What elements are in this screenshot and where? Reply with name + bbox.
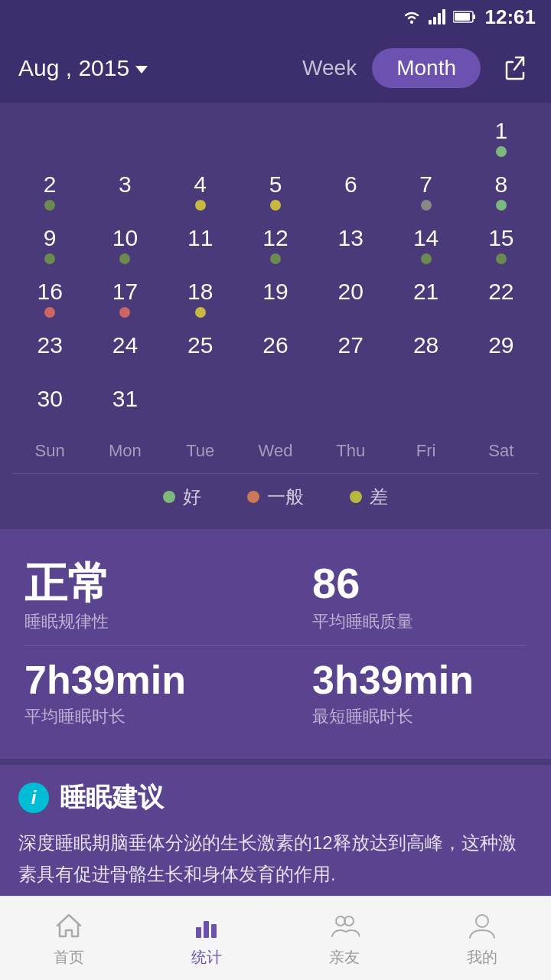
header-date-text: Aug , 2015 xyxy=(18,55,129,81)
day-number: 2 xyxy=(44,172,57,197)
month-tab[interactable]: Month xyxy=(372,48,481,88)
calendar-day-20[interactable]: 14 xyxy=(388,217,463,271)
calendar-day-35[interactable]: 29 xyxy=(464,325,539,378)
day-number: 3 xyxy=(119,172,132,197)
day-dot xyxy=(44,307,55,318)
calendar-day-37[interactable]: 31 xyxy=(87,378,162,432)
calendar-day-11[interactable]: 5 xyxy=(238,164,313,217)
nav-home[interactable]: 首页 xyxy=(0,909,138,968)
svg-point-0 xyxy=(410,21,413,24)
calendar-day-14[interactable]: 8 xyxy=(464,164,539,217)
calendar-day-30[interactable]: 24 xyxy=(87,325,162,378)
day-dot xyxy=(496,200,507,211)
calendar-day-25[interactable]: 19 xyxy=(238,271,313,325)
nav-profile-label: 我的 xyxy=(467,947,497,968)
stats-row-1: 正常 睡眠规律性 86 平均睡眠质量 xyxy=(24,547,527,646)
day-dot xyxy=(195,200,206,211)
calendar-day-10[interactable]: 4 xyxy=(163,164,238,217)
calendar-day-19[interactable]: 13 xyxy=(313,217,388,271)
calendar-day-26[interactable]: 20 xyxy=(313,271,388,325)
calendar-day-21[interactable]: 15 xyxy=(464,217,539,271)
day-number: 17 xyxy=(112,279,138,304)
calendar-day-33[interactable]: 27 xyxy=(313,325,388,378)
calendar-day-1 xyxy=(12,110,87,164)
day-number: 12 xyxy=(262,225,288,250)
min-duration-label: 最短睡眠时长 xyxy=(312,705,413,728)
calendar-day-3 xyxy=(163,110,238,164)
nav-stats[interactable]: 统计 xyxy=(138,909,276,968)
legend-bad: 差 xyxy=(350,485,388,509)
nav-friends[interactable]: 亲友 xyxy=(276,909,413,968)
calendar-day-16[interactable]: 10 xyxy=(87,217,162,271)
svg-rect-2 xyxy=(433,17,436,24)
advice-section: i 睡眠建议 深度睡眠期脑垂体分泌的生长激素的12释放达到高峰，这种激素具有促进… xyxy=(0,765,551,906)
day-label-mon: Mon xyxy=(87,436,162,466)
share-button[interactable] xyxy=(499,51,533,85)
calendar-day-7[interactable]: 1 xyxy=(464,110,539,164)
calendar-day-18[interactable]: 12 xyxy=(238,217,313,271)
battery-icon xyxy=(453,10,476,24)
legend-good-label: 好 xyxy=(183,485,201,509)
day-number: 11 xyxy=(187,225,213,250)
day-number: 29 xyxy=(488,332,514,358)
day-number: 9 xyxy=(44,225,57,250)
day-dot xyxy=(195,307,206,318)
calendar-grid: 1234567891011121314151617181920212223242… xyxy=(12,110,539,432)
calendar-day-9[interactable]: 3 xyxy=(87,164,162,217)
calendar-day-36[interactable]: 30 xyxy=(12,378,87,432)
day-number: 7 xyxy=(419,172,432,197)
calendar-day-28[interactable]: 22 xyxy=(464,271,539,325)
day-number: 10 xyxy=(112,225,138,250)
calendar-day-5 xyxy=(313,110,388,164)
calendar-day-22[interactable]: 16 xyxy=(12,271,87,325)
calendar-day-17[interactable]: 11 xyxy=(163,217,238,271)
advice-header: i 睡眠建议 xyxy=(18,780,533,815)
week-tab[interactable]: Week xyxy=(302,56,357,80)
svg-rect-7 xyxy=(455,13,470,21)
calendar-day-27[interactable]: 21 xyxy=(388,271,463,325)
calendar-day-31[interactable]: 25 xyxy=(163,325,238,378)
day-number: 19 xyxy=(262,279,288,304)
avg-duration-label: 平均睡眠时长 xyxy=(24,705,126,728)
day-label-thu: Thu xyxy=(313,436,388,466)
quality-label: 平均睡眠质量 xyxy=(312,610,413,633)
day-dot xyxy=(496,253,507,264)
wifi-icon xyxy=(401,9,422,24)
nav-profile[interactable]: 我的 xyxy=(413,909,551,968)
calendar-day-34[interactable]: 28 xyxy=(388,325,463,378)
header-date[interactable]: Aug , 2015 xyxy=(18,55,302,81)
legend-ok-dot xyxy=(247,491,259,503)
legend-ok: 一般 xyxy=(247,485,304,509)
calendar-day-24[interactable]: 18 xyxy=(163,271,238,325)
day-number: 5 xyxy=(269,172,282,197)
day-number: 27 xyxy=(338,332,364,358)
day-number: 26 xyxy=(262,332,288,358)
chevron-down-icon xyxy=(135,66,148,74)
calendar-day-32[interactable]: 26 xyxy=(238,325,313,378)
avg-duration-stat: 7h39min 平均睡眠时长 xyxy=(24,658,239,728)
day-label-sun: Sun xyxy=(12,436,87,466)
status-bar: 12:61 xyxy=(0,0,551,34)
calendar-day-12[interactable]: 6 xyxy=(313,164,388,217)
day-label-tue: Tue xyxy=(163,436,238,466)
svg-rect-3 xyxy=(438,13,441,24)
header: Aug , 2015 Week Month xyxy=(0,34,551,103)
day-number: 23 xyxy=(37,332,62,358)
calendar-day-13[interactable]: 7 xyxy=(388,164,463,217)
day-number: 31 xyxy=(112,386,138,411)
nav-stats-label: 统计 xyxy=(191,947,222,968)
calendar-day-15[interactable]: 9 xyxy=(12,217,87,271)
calendar-day-29[interactable]: 23 xyxy=(12,325,87,378)
day-dot xyxy=(421,200,432,211)
bottom-nav: 首页 统计 亲友 我的 xyxy=(0,896,551,980)
nav-home-label: 首页 xyxy=(54,947,84,968)
calendar-day-8[interactable]: 2 xyxy=(12,164,87,217)
legend-bad-label: 差 xyxy=(370,485,388,509)
status-icons xyxy=(401,9,476,24)
day-label-sat: Sat xyxy=(464,436,539,466)
day-number: 20 xyxy=(338,279,364,304)
day-dot xyxy=(44,200,55,211)
calendar-day-23[interactable]: 17 xyxy=(87,271,162,325)
day-number: 16 xyxy=(37,279,62,304)
calendar-day-2 xyxy=(87,110,162,164)
